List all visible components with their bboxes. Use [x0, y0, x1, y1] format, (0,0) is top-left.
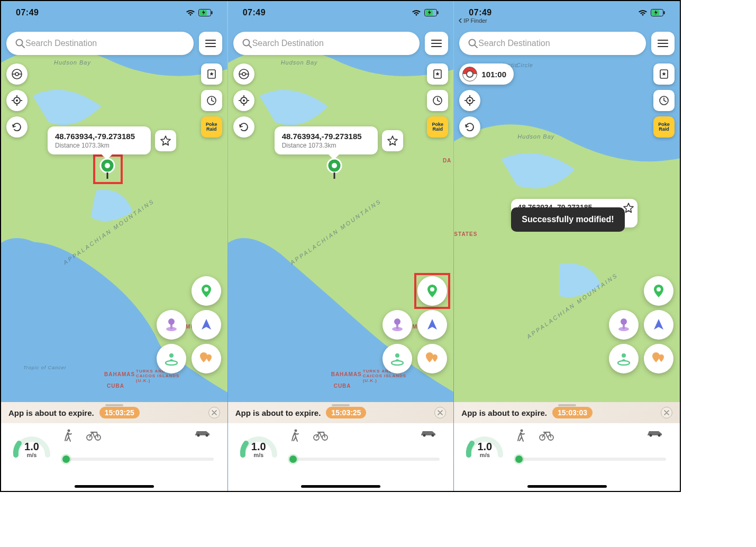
grabber-handle[interactable]: [332, 404, 350, 406]
favorite-button[interactable]: [382, 130, 403, 151]
search-input[interactable]: [25, 39, 185, 48]
car-icon[interactable]: [194, 429, 212, 437]
expire-bar: App is about to expire. 15:03:25: [228, 402, 454, 423]
arrow-cursor-icon: [199, 318, 213, 332]
joystick-button[interactable]: [157, 310, 186, 340]
bike-icon[interactable]: [86, 429, 102, 441]
location-card[interactable]: 48.763934,-79.273185 Distance 1073.3km: [275, 126, 378, 154]
walk-icon[interactable]: [289, 429, 301, 442]
speed-gauge[interactable]: 1.0m/s: [464, 429, 505, 461]
speed-gauge[interactable]: 1.0m/s: [239, 429, 279, 461]
history-button[interactable]: [427, 90, 448, 111]
joystick-button[interactable]: [609, 310, 639, 340]
hamburger-icon: [658, 39, 668, 48]
multi-spot-button[interactable]: [644, 344, 673, 373]
bookmark-button[interactable]: [653, 63, 675, 85]
refresh-button[interactable]: [6, 116, 28, 138]
pokeraid-button[interactable]: Poke Raid: [201, 116, 222, 138]
refresh-button[interactable]: [233, 116, 254, 138]
walk-icon[interactable]: [62, 429, 74, 442]
double-pin-icon: [651, 351, 667, 366]
double-pin-icon: [198, 351, 214, 366]
location-card[interactable]: 48.763934,-79.273185 Distance 1073.3km: [48, 126, 151, 154]
bike-icon[interactable]: [313, 429, 329, 441]
speed-slider[interactable]: [515, 458, 669, 461]
cooldown-time: 101:00: [481, 70, 506, 79]
bike-icon[interactable]: [539, 429, 554, 441]
car-icon[interactable]: [646, 429, 664, 437]
speed-slider[interactable]: [62, 458, 217, 461]
locate-button[interactable]: [233, 90, 254, 111]
svg-point-63: [294, 430, 297, 432]
home-indicator[interactable]: [301, 485, 380, 488]
history-button[interactable]: [653, 90, 675, 111]
grabber-handle[interactable]: [105, 404, 123, 406]
favorite-button[interactable]: [155, 130, 176, 151]
expire-bar: App is about to expire. 15:03:03: [454, 402, 680, 423]
map-label-hudson: Hudson Bay: [517, 133, 554, 140]
search-field[interactable]: [233, 32, 420, 55]
expire-close-button[interactable]: [434, 407, 446, 418]
teleport-button[interactable]: [417, 276, 447, 306]
person-radius-icon: [616, 351, 632, 367]
walk-icon[interactable]: [515, 429, 527, 442]
bookmark-button[interactable]: [201, 63, 222, 85]
expire-countdown: 15:03:25: [99, 407, 140, 418]
expire-close-button[interactable]: [208, 407, 220, 418]
expire-bar: App is about to expire. 15:03:25: [1, 402, 227, 423]
svg-point-89: [618, 361, 630, 365]
jump-button[interactable]: [157, 344, 186, 373]
back-to-app[interactable]: IP Finder: [458, 17, 487, 24]
svg-point-55: [332, 163, 337, 168]
navigate-button[interactable]: [192, 310, 221, 340]
pokeraid-button[interactable]: Poke Raid: [427, 116, 448, 138]
star-outline-icon: [387, 135, 398, 147]
expire-close-button[interactable]: [661, 407, 672, 418]
double-pin-icon: [424, 351, 440, 366]
refresh-icon: [239, 122, 249, 132]
crosshair-icon: [238, 95, 250, 106]
pokeraid-button[interactable]: Poke Raid: [653, 116, 675, 138]
navigate-button[interactable]: [417, 310, 447, 340]
location-coords: 48.763934,-79.273185: [55, 132, 143, 141]
success-toast: Successfully modified!: [511, 207, 624, 232]
navigate-button[interactable]: [644, 310, 673, 340]
svg-rect-36: [438, 11, 439, 14]
speed-value: 1.0: [239, 441, 279, 452]
teleport-button[interactable]: [192, 276, 221, 306]
speed-slider[interactable]: [289, 458, 443, 461]
menu-button[interactable]: [651, 32, 675, 55]
home-indicator[interactable]: [527, 485, 607, 488]
search-field[interactable]: [459, 32, 646, 55]
speed-gauge[interactable]: 1.0 m/s: [12, 429, 52, 461]
cooldown-pill[interactable]: 101:00: [459, 63, 514, 85]
search-input[interactable]: [478, 39, 637, 48]
menu-button[interactable]: [199, 32, 222, 55]
search-input[interactable]: [252, 39, 412, 48]
grabber-handle[interactable]: [558, 404, 576, 406]
svg-point-27: [166, 361, 177, 365]
car-icon[interactable]: [420, 429, 438, 437]
bookmark-button[interactable]: [427, 63, 448, 85]
home-indicator[interactable]: [75, 485, 154, 488]
joystick-button[interactable]: [382, 310, 412, 340]
multi-spot-button[interactable]: [192, 344, 221, 373]
jump-button[interactable]: [382, 344, 412, 373]
crosshair-icon: [464, 95, 476, 106]
locate-button[interactable]: [6, 90, 28, 111]
teleport-button[interactable]: [644, 276, 673, 306]
menu-button[interactable]: [425, 32, 448, 55]
status-icons-right: [638, 9, 665, 16]
pokemon-button[interactable]: [233, 63, 254, 85]
multi-spot-button[interactable]: [417, 344, 447, 373]
jump-button[interactable]: [609, 344, 639, 373]
map-pin[interactable]: [326, 158, 342, 180]
pin-drop-icon: [651, 283, 667, 299]
history-button[interactable]: [201, 90, 222, 111]
svg-point-85: [657, 287, 661, 291]
search-field[interactable]: [6, 32, 194, 55]
arrow-cursor-icon: [652, 318, 666, 332]
arrow-cursor-icon: [425, 318, 439, 332]
close-icon: [212, 410, 217, 415]
pokemon-button[interactable]: [6, 63, 28, 85]
